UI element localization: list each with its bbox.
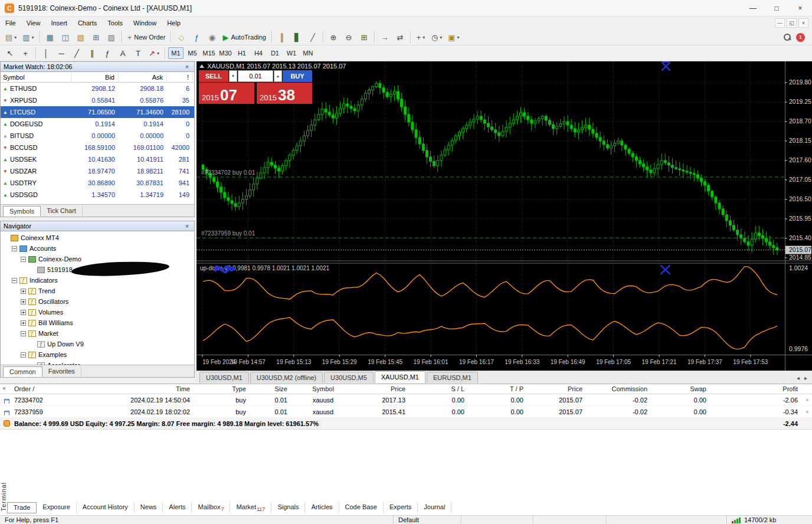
new-chart-button[interactable]: ▤▾ <box>3 31 19 44</box>
chart-shift-button[interactable]: ⇄ <box>393 31 407 44</box>
volume-increase-button[interactable]: ▲ <box>274 70 282 82</box>
terminal-tab-exposure[interactable]: Exposure <box>37 502 76 513</box>
timeframe-d1-button[interactable]: D1 <box>267 47 283 59</box>
market-watch-close-icon[interactable]: × <box>183 63 191 70</box>
metaeditor-button[interactable]: ◇ <box>174 31 188 44</box>
tree-item-examples[interactable]: −Examples <box>1 349 194 360</box>
expert-advisors-button[interactable]: ƒ <box>189 31 204 44</box>
column-symbol[interactable]: Symbol <box>292 385 354 392</box>
terminal-tab-signals[interactable]: Signals <box>271 502 305 513</box>
chart-tab-u30usd-m2-offline-[interactable]: U30USD,M2 (offline) <box>250 372 323 383</box>
collapse-icon[interactable]: − <box>12 246 17 251</box>
menu-insert[interactable]: Insert <box>45 17 73 30</box>
tab-scroll-right-icon[interactable]: ▸ <box>804 375 807 381</box>
timeframe-m5-button[interactable]: M5 <box>185 47 200 59</box>
column-s-l[interactable]: S / L <box>410 385 469 392</box>
tab-favorites[interactable]: Favorites <box>42 366 81 377</box>
tree-item-trend[interactable]: +Trend <box>1 286 194 296</box>
market-watch-row-usdzar[interactable]: ▼USDZAR18.9747018.98211741 <box>1 165 194 177</box>
tile-windows-button[interactable]: ⊞ <box>357 31 371 44</box>
community-button[interactable]: ◉ <box>205 31 219 44</box>
fibonacci-tool-button[interactable]: ƒ <box>100 47 114 60</box>
order-row-72337959[interactable]: 723379592024.02.19 18:02:02buy0.01xauusd… <box>0 406 812 418</box>
status-profile[interactable]: Default <box>394 516 461 524</box>
terminal-tab-journal[interactable]: Journal <box>418 502 451 513</box>
buy-price-button[interactable]: 2015 38 <box>257 83 312 104</box>
timeframe-m15-button[interactable]: M15 <box>201 47 217 59</box>
menu-help[interactable]: Help <box>162 17 186 30</box>
market-watch-row-usdtry[interactable]: ▲USDTRY30.8689030.87831941 <box>1 177 194 189</box>
tree-item-accounts[interactable]: −Accounts <box>1 243 194 254</box>
line-chart-button[interactable]: ╱ <box>306 31 320 44</box>
crosshair-tool-button[interactable]: + <box>18 47 32 60</box>
buy-button[interactable]: BUY <box>283 70 312 82</box>
price-chart[interactable]: #72334702 buy 0.01#72337959 buy 0.012019… <box>197 61 812 371</box>
market-watch-row-bitusd[interactable]: ▲BITUSD0.000000.000000 <box>1 130 194 142</box>
volume-decrease-button[interactable]: ▼ <box>229 70 237 82</box>
tree-item-oscillators[interactable]: +Oscillators <box>1 296 194 307</box>
expand-icon[interactable]: + <box>21 310 26 315</box>
expand-icon[interactable]: + <box>21 320 26 326</box>
vertical-line-tool-button[interactable]: │ <box>39 47 53 60</box>
column-t-p[interactable]: T / P <box>469 385 528 392</box>
timeframe-h1-button[interactable]: H1 <box>234 47 250 59</box>
periods-button[interactable]: ◷▾ <box>429 31 444 44</box>
column-symbol[interactable]: Symbol <box>1 72 71 83</box>
expand-icon[interactable]: + <box>21 289 26 294</box>
timeframe-w1-button[interactable]: W1 <box>284 47 299 59</box>
navigator-titlebar[interactable]: Navigator × <box>1 221 194 231</box>
zoom-in-button[interactable]: ⊕ <box>326 31 340 44</box>
market-watch-row-ethusd[interactable]: ▲ETHUSD2908.122908.186 <box>1 83 194 94</box>
column-size[interactable]: Size <box>251 385 292 392</box>
chart-canvas[interactable]: #72334702 buy 0.01#72337959 buy 0.012019… <box>197 61 812 371</box>
strategy-tester-button[interactable]: ▨ <box>104 31 119 44</box>
tree-item-market[interactable]: −Market <box>1 328 194 339</box>
window-maximize-button[interactable]: □ <box>765 0 788 17</box>
collapse-icon[interactable]: − <box>12 278 17 283</box>
column-time[interactable]: Time <box>77 385 195 392</box>
tree-item-coinexx-demo[interactable]: −Coinexx-Demo <box>1 254 194 264</box>
profiles-button[interactable]: ▥▾ <box>20 31 36 44</box>
chart-tab-u30usd-m1[interactable]: U30USD,M1 <box>199 372 249 383</box>
menu-tools[interactable]: Tools <box>102 17 128 30</box>
market-watch-row-dogeusd[interactable]: ▲DOGEUSD0.19140.19140 <box>1 118 194 130</box>
candlestick-chart-button[interactable]: ▋ <box>290 31 304 44</box>
sell-button[interactable]: SELL <box>199 70 228 82</box>
order-row-72334702[interactable]: 723347022024.02.19 14:50:04buy0.01xauusd… <box>0 394 812 406</box>
navigator-button[interactable]: ▧ <box>74 31 88 44</box>
market-watch-row-ltcusd[interactable]: ▲LTCUSD71.0650071.3460028100 <box>1 106 194 118</box>
terminal-tab-alerts[interactable]: Alerts <box>163 502 192 513</box>
autotrading-button[interactable]: ▶AutoTrading <box>220 31 269 44</box>
volume-input[interactable] <box>238 70 273 82</box>
chart-tab-eurusd-m1[interactable]: EURUSD,M1 <box>427 372 478 383</box>
terminal-tab-market[interactable]: Market117 <box>230 502 271 513</box>
notifications-badge[interactable]: 1 <box>796 33 805 42</box>
expand-icon[interactable]: + <box>21 299 26 304</box>
tree-item-up-down-v9[interactable]: Up Down V9 <box>1 339 194 349</box>
new-order-button[interactable]: +New Order <box>125 31 168 44</box>
collapse-icon[interactable]: − <box>21 257 26 262</box>
text-tool-button[interactable]: A <box>116 47 130 60</box>
trendline-tool-button[interactable]: ╱ <box>70 47 84 60</box>
terminal-tab-trade[interactable]: Trade <box>7 502 37 513</box>
column-commission[interactable]: Commission <box>587 385 652 392</box>
market-watch-button[interactable]: ▦ <box>43 31 57 44</box>
templates-button[interactable]: ▣▾ <box>446 31 461 44</box>
chart-minimize-button[interactable]: — <box>775 18 785 28</box>
market-watch-row-usdsgd[interactable]: ▲USDSGD1.345701.34719149 <box>1 189 194 201</box>
tree-item-volumes[interactable]: +Volumes <box>1 307 194 317</box>
zoom-out-button[interactable]: ⊖ <box>342 31 356 44</box>
menu-window[interactable]: Window <box>128 17 162 30</box>
terminal-tab-account-history[interactable]: Account History <box>77 502 135 513</box>
tab-scroll-left-icon[interactable]: ◂ <box>797 375 800 381</box>
indicators-button[interactable]: +▾ <box>414 31 428 44</box>
column-profit[interactable]: Profit <box>711 385 803 392</box>
tab-symbols[interactable]: Symbols <box>3 206 41 217</box>
navigator-close-icon[interactable]: × <box>183 222 191 230</box>
collapse-icon[interactable]: − <box>21 331 26 336</box>
column-price[interactable]: Price <box>528 385 587 392</box>
terminal-button[interactable]: ⊞ <box>89 31 103 44</box>
chart-close-button[interactable]: × <box>798 18 808 28</box>
timeframe-m30-button[interactable]: M30 <box>218 47 233 59</box>
terminal-tab-experts[interactable]: Experts <box>384 502 418 513</box>
